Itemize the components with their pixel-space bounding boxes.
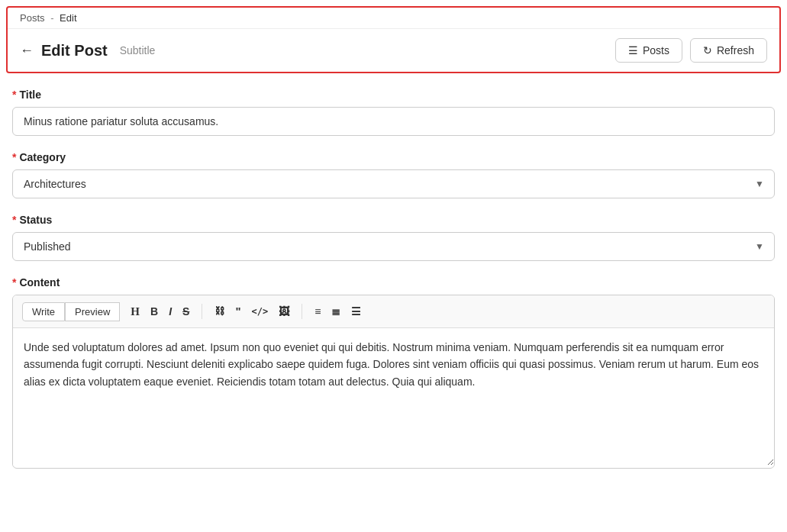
quote-icon-button[interactable]: ": [231, 301, 245, 321]
title-label: * Title: [12, 89, 775, 101]
bold-icon-button[interactable]: B: [146, 302, 163, 321]
content-textarea[interactable]: Unde sed voluptatum dolores ad amet. Ips…: [13, 328, 774, 466]
breadcrumb-current: Edit: [60, 12, 76, 24]
status-select[interactable]: Published Draft Archived: [12, 232, 775, 261]
title-input[interactable]: [12, 107, 775, 136]
preview-tab-label: Preview: [75, 306, 110, 318]
category-select-wrapper: Architectures Technology Design Science …: [12, 169, 775, 198]
page-title: Edit Post: [41, 42, 108, 60]
task-list-icon-button[interactable]: ☰: [347, 302, 366, 321]
header-left: ← Edit Post Subtitle: [20, 42, 155, 60]
refresh-button[interactable]: ↻ Refresh: [690, 38, 767, 63]
content-editor: Write Preview H B I S ⛓ " </> 🖼: [12, 295, 775, 469]
heading-icon-button[interactable]: H: [126, 301, 144, 321]
posts-button[interactable]: ☰ Posts: [615, 38, 682, 63]
ordered-list-icon-button[interactable]: ≣: [327, 302, 345, 321]
posts-button-label: Posts: [643, 44, 669, 56]
write-tab-label: Write: [32, 306, 55, 318]
header-actions: ☰ Posts ↻ Refresh: [615, 38, 767, 63]
content-required-star: *: [12, 276, 16, 289]
toolbar-divider-2: [302, 304, 302, 319]
status-field-group: * Status Published Draft Archived ▼: [12, 214, 775, 261]
list-icon: ☰: [628, 44, 638, 56]
write-tab[interactable]: Write: [22, 302, 65, 321]
category-label: * Category: [12, 151, 775, 163]
status-label-text: Status: [19, 214, 52, 226]
category-required-star: *: [12, 151, 16, 163]
italic-icon-button[interactable]: I: [164, 302, 176, 321]
back-button[interactable]: ←: [20, 44, 34, 57]
breadcrumb-parent[interactable]: Posts: [20, 12, 45, 24]
breadcrumb: Posts - Edit: [8, 8, 779, 29]
link-icon-button[interactable]: ⛓: [210, 302, 229, 321]
title-field-group: * Title: [12, 89, 775, 136]
status-select-wrapper: Published Draft Archived ▼: [12, 232, 775, 261]
toolbar-icons: H B I S ⛓ " </> 🖼 ≡ ≣ ☰: [126, 301, 366, 321]
image-icon-button[interactable]: 🖼: [274, 302, 294, 321]
preview-tab[interactable]: Preview: [65, 302, 120, 321]
refresh-icon: ↻: [703, 44, 712, 56]
code-icon-button[interactable]: </>: [247, 303, 273, 320]
title-required-star: *: [12, 89, 16, 101]
editor-tabs-bar: Write Preview H B I S ⛓ " </> 🖼: [13, 295, 774, 328]
main-content: * Title * Category Architectures Technol…: [0, 73, 787, 499]
content-field-group: * Content Write Preview H B I S: [12, 276, 775, 469]
unordered-list-icon-button[interactable]: ≡: [310, 302, 325, 321]
strikethrough-icon-button[interactable]: S: [178, 302, 194, 321]
category-field-group: * Category Architectures Technology Desi…: [12, 151, 775, 198]
content-label: * Content: [12, 276, 775, 289]
header-row: ← Edit Post Subtitle ☰ Posts ↻ Refresh: [8, 29, 779, 72]
page-subtitle: Subtitle: [120, 44, 156, 56]
category-select[interactable]: Architectures Technology Design Science: [12, 169, 775, 198]
toolbar-divider-1: [202, 304, 202, 319]
content-label-text: Content: [19, 276, 60, 289]
title-label-text: Title: [19, 89, 41, 101]
breadcrumb-separator: -: [50, 12, 53, 24]
header-section: Posts - Edit ← Edit Post Subtitle ☰ Post…: [6, 6, 781, 73]
category-label-text: Category: [19, 151, 66, 163]
status-required-star: *: [12, 214, 16, 226]
page-wrapper: Posts - Edit ← Edit Post Subtitle ☰ Post…: [0, 6, 787, 532]
status-label: * Status: [12, 214, 775, 226]
refresh-button-label: Refresh: [717, 44, 754, 56]
